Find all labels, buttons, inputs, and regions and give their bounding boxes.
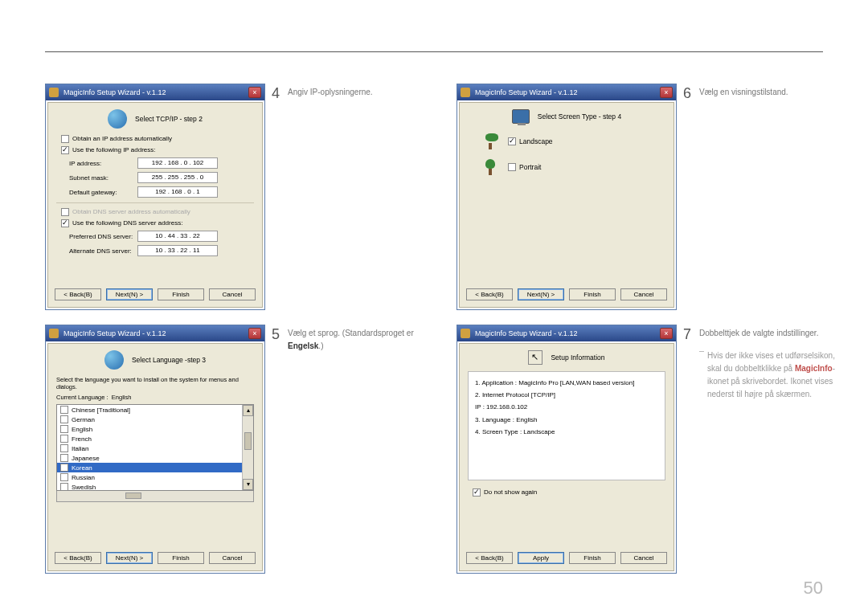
button-bar: < Back(B) Next(N) > Finish Cancel: [459, 285, 674, 308]
lang-checkbox[interactable]: [60, 454, 68, 462]
lang-checkbox[interactable]: [60, 406, 68, 414]
adns-field[interactable]: 10 . 33 . 22 . 11: [137, 245, 218, 256]
language-item[interactable]: English: [57, 424, 253, 434]
globe-icon: [104, 350, 124, 370]
finish-button[interactable]: Finish: [569, 552, 616, 564]
titlebar: MagicInfo Setup Wizard - v.1.12 ×: [457, 84, 676, 100]
language-item[interactable]: Korean: [57, 463, 253, 472]
button-bar: < Back(B) Next(N) > Finish Cancel: [47, 285, 263, 308]
step-number-7: 7: [677, 325, 699, 574]
cancel-button[interactable]: Cancel: [620, 552, 667, 564]
finish-button[interactable]: Finish: [569, 288, 616, 300]
next-button[interactable]: Next(N) >: [518, 288, 564, 300]
lang-checkbox[interactable]: [60, 473, 68, 481]
portrait-label: Portrait: [519, 163, 541, 171]
titlebar: MagicInfo Setup Wizard - v.1.12 ×: [457, 325, 676, 341]
wizard-body: Select TCP/IP - step 2 Obtain an IP addr…: [47, 102, 263, 288]
finish-button[interactable]: Finish: [158, 552, 204, 564]
language-item[interactable]: German: [57, 415, 253, 424]
scroll-down-icon[interactable]: ▾: [243, 479, 253, 490]
tree-icon: [484, 159, 497, 175]
gateway-field[interactable]: 192 . 168 . 0 . 1: [137, 186, 218, 198]
lang-checkbox[interactable]: [60, 444, 68, 452]
globe-icon: [108, 109, 127, 129]
app-icon: [49, 329, 59, 338]
lang-label: Chinese [Traditional]: [72, 407, 130, 414]
auto-dns-checkbox[interactable]: [61, 208, 69, 216]
portrait-checkbox[interactable]: [508, 163, 516, 171]
language-item[interactable]: Russian: [57, 472, 253, 482]
use-dns-checkbox[interactable]: [61, 219, 69, 227]
lang-label: German: [72, 416, 95, 423]
lang-checkbox[interactable]: [60, 415, 68, 423]
finish-button[interactable]: Finish: [158, 288, 204, 300]
next-button[interactable]: Next(N) >: [106, 288, 153, 300]
monitor-icon: [512, 109, 530, 124]
scrollbar[interactable]: ▴ ▾: [242, 405, 253, 490]
landscape-checkbox[interactable]: [508, 137, 516, 145]
button-bar: < Back(B) Apply Finish Cancel: [459, 549, 674, 571]
scroll-thumb[interactable]: [244, 432, 252, 450]
summary-line: 2. Internet Protocol [TCP/IP]: [475, 389, 658, 401]
language-item[interactable]: Japanese: [57, 453, 253, 463]
lang-label: French: [72, 435, 92, 443]
wizard-body: Select Language -step 3 Select the langu…: [47, 343, 263, 552]
dont-show-checkbox[interactable]: [473, 488, 481, 497]
lang-checkbox[interactable]: [60, 435, 68, 443]
back-button[interactable]: < Back(B): [466, 552, 513, 564]
close-icon[interactable]: ×: [660, 87, 673, 98]
language-item[interactable]: Swedish: [57, 482, 253, 491]
step-number-4: 4: [265, 84, 288, 310]
close-icon[interactable]: ×: [248, 328, 261, 339]
lang-checkbox[interactable]: [60, 483, 68, 491]
window-title: MagicInfo Setup Wizard - v.1.12: [63, 329, 166, 337]
auto-ip-checkbox[interactable]: [61, 135, 69, 143]
page-number: 50: [804, 578, 823, 599]
auto-dns-label: Obtain DNS server address automatically: [72, 208, 190, 215]
cancel-button[interactable]: Cancel: [209, 552, 256, 564]
titlebar: MagicInfo Setup Wizard - v.1.12 ×: [46, 325, 264, 341]
titlebar: MagicInfo Setup Wizard - v.1.12 ×: [46, 84, 264, 100]
back-button[interactable]: < Back(B): [55, 552, 101, 564]
language-list[interactable]: Chinese [Traditional]GermanEnglishFrench…: [56, 404, 254, 491]
auto-ip-label: Obtain an IP address automatically: [72, 135, 172, 142]
use-ip-checkbox[interactable]: [61, 146, 69, 154]
dont-show-label: Do not show again: [484, 488, 537, 496]
language-item[interactable]: French: [57, 434, 253, 443]
lang-checkbox[interactable]: [60, 425, 68, 433]
language-item[interactable]: Italian: [57, 443, 253, 453]
wizard-step5: MagicInfo Setup Wizard - v.1.12 × Select…: [45, 325, 265, 574]
language-item[interactable]: Chinese [Traditional]: [57, 405, 253, 415]
app-icon: [461, 329, 470, 338]
ip-field[interactable]: 192 . 168 . 0 . 102: [137, 157, 218, 169]
gateway-label: Default gateway:: [69, 189, 137, 196]
lang-label: Russian: [72, 474, 95, 481]
summary-line: IP : 192.168.0.102: [475, 401, 658, 413]
close-icon[interactable]: ×: [248, 87, 261, 98]
landscape-option[interactable]: Landscape: [484, 133, 665, 149]
cancel-button[interactable]: Cancel: [620, 288, 667, 300]
apply-button[interactable]: Apply: [518, 552, 564, 564]
setup-summary: 1. Application : MagicInfo Pro [LAN,WAN …: [468, 371, 665, 480]
summary-line: 4. Screen Type : Landscape: [475, 426, 658, 438]
close-icon[interactable]: ×: [660, 328, 673, 339]
lang-checkbox[interactable]: [60, 464, 68, 472]
back-button[interactable]: < Back(B): [55, 288, 101, 300]
h-scroll-thumb[interactable]: [125, 492, 141, 499]
h-scrollbar[interactable]: [56, 491, 254, 502]
button-bar: < Back(B) Next(N) > Finish Cancel: [47, 549, 263, 571]
mask-label: Subnet mask:: [69, 174, 137, 182]
cancel-button[interactable]: Cancel: [209, 288, 256, 300]
portrait-option[interactable]: Portrait: [484, 159, 665, 175]
wizard-body: Select Screen Type - step 4 Landscape Po…: [459, 102, 674, 288]
back-button[interactable]: < Back(B): [466, 288, 513, 300]
window-title: MagicInfo Setup Wizard - v.1.12: [475, 88, 577, 96]
tree-icon: [484, 133, 497, 149]
lang-label: Japanese: [72, 455, 100, 462]
next-button[interactable]: Next(N) >: [106, 552, 153, 564]
adns-label: Alternate DNS server:: [69, 247, 137, 255]
pdns-field[interactable]: 10 . 44 . 33 . 22: [137, 231, 218, 242]
mask-field[interactable]: 255 . 255 . 255 . 0: [137, 172, 218, 183]
wizard-step7: MagicInfo Setup Wizard - v.1.12 × Setup …: [457, 325, 677, 574]
scroll-up-icon[interactable]: ▴: [243, 405, 253, 416]
